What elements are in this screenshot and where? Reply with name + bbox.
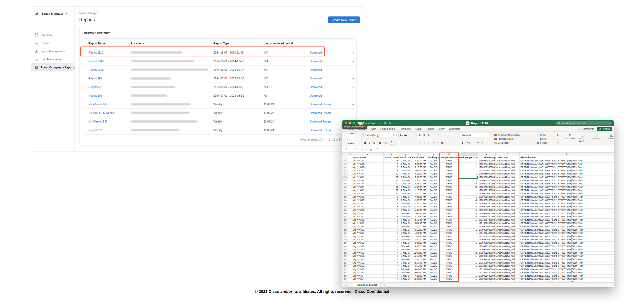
cell-A15[interactable] [348,202,352,205]
decrease-decimal-icon[interactable]: .0 [480,141,484,145]
cell-I26[interactable]: 1 [458,238,478,242]
cell-G34[interactable]: FALSE [427,265,440,268]
cell-F37[interactable]: 7:30:00 AM [411,274,427,278]
cell-A12[interactable] [348,192,352,196]
cell-D16[interactable]: 8 [383,205,399,209]
report-name-link[interactable]: UK 6thFlr 9-5 Weekly [88,111,115,114]
cell-J34[interactable]: 1731014100000 [478,265,495,268]
cell-L27[interactable]: CPPB/North America/51 WEST 52nd STREET (… [519,241,614,245]
cell-E25[interactable]: 7-Nov-24 [399,235,411,238]
row-number-29[interactable]: 29 [342,248,348,252]
cell-D17[interactable]: 8 [383,209,399,212]
cell-G32[interactable]: FALSE [427,258,440,261]
cell-A28[interactable] [348,245,352,248]
cell-I13[interactable]: 1 [458,195,478,199]
cell-D5[interactable]: 8 [383,169,399,172]
column-header-J[interactable]: J [478,153,495,156]
cell-K6[interactable]: America/New_York [495,172,519,176]
cell-D26[interactable]: 4 [383,238,399,242]
zoom-window-icon[interactable] [353,122,355,124]
row-number-1[interactable]: 1 [342,156,348,159]
cell-G27[interactable]: FALSE [427,241,440,245]
cell-K21[interactable]: America/New_York [495,222,519,225]
add-sheet-icon[interactable]: + [384,283,386,287]
cell-C7[interactable]: Mtg Ny-36A [352,176,383,179]
search-field[interactable] [556,121,612,125]
cell-F21[interactable]: 6:30:00 PM [411,222,427,225]
sheet-nav-arrows[interactable]: ◂▸ [344,284,350,286]
cell-C29[interactable]: Mtg Ny-35G [352,248,383,252]
cell-E3[interactable]: 7-Nov-24 [399,162,411,166]
cell-D38[interactable]: 4 [383,278,399,281]
cell-J35[interactable]: 1731016800000 [478,268,495,271]
row-number-2[interactable]: 2 [342,159,348,163]
report-name-link[interactable]: NY Weekly 9-5 [88,103,107,106]
cell-L9[interactable]: CPPB/North America/51 WEST 52nd STREET (… [519,182,614,186]
decrease-indent-icon[interactable]: « [431,141,435,145]
formula-content[interactable]: 1 [375,148,379,151]
cell-C35[interactable]: Mtg Ny-35G [352,268,383,271]
cell-C4[interactable]: Mtg Ny-36G [352,166,383,169]
cell-A9[interactable] [348,182,352,186]
cell-F7[interactable]: 10:00:00 AM [411,176,427,179]
cell-C25[interactable]: Mtg Ny-36E [352,235,383,238]
cell-A32[interactable] [348,258,352,261]
report-name-link[interactable]: Report 965 [88,94,102,97]
orientation-icon[interactable]: ⌁ [431,133,435,137]
cell-E6[interactable]: 7-Nov-24 [399,172,411,176]
cell-D4[interactable]: 8 [383,166,399,169]
cell-K34[interactable]: America/New_York [495,265,519,268]
row-number-17[interactable]: 17 [342,209,348,212]
download-link[interactable]: Download Recent [310,103,331,106]
row-number-34[interactable]: 34 [342,265,348,268]
cell-G31[interactable]: FALSE [427,255,440,258]
cell-H7[interactable]: TRUE [440,176,458,179]
cell-H14[interactable]: TRUE [440,199,458,202]
cell-K29[interactable]: America/New_York [495,248,519,252]
cell-C28[interactable]: Mtg Ny-35G [352,245,383,248]
cell-F13[interactable]: 7:30:00 AM [411,195,427,199]
cell-K11[interactable]: America/New_York [495,189,519,192]
cell-G7[interactable]: FALSE [427,176,440,179]
comma-format-icon[interactable]: , [471,141,475,145]
create-new-report-button[interactable]: Create New Report [328,16,360,23]
cell-E12[interactable]: 7-Nov-24 [399,192,411,196]
cell-L31[interactable]: CPPB/North America/51 WEST 52nd STREET (… [519,255,614,258]
cell-C38[interactable]: Mtg Ny-35F [352,278,383,281]
cell-C5[interactable]: Mtg Ny-36G [352,169,383,172]
cell-J1[interactable]: UTC Timestamp [478,156,495,159]
cell-H21[interactable]: TRUE [440,222,458,225]
cell-I28[interactable]: 1 [458,245,478,248]
cell-F32[interactable]: 11:45:00 AM [411,258,427,261]
cell-E39[interactable]: 7-Nov-24 [399,281,411,282]
report-name-link[interactable]: Report 1110 [88,51,103,54]
cell-I19[interactable]: 4 [458,215,478,219]
cell-F26[interactable]: 7:30:00 AM [411,238,427,242]
search-input[interactable] [561,122,610,125]
cell-J13[interactable]: 1730982600000 [478,195,495,199]
cell-H2[interactable]: TRUE [440,159,458,163]
align-middle-icon[interactable]: ≡ [422,133,426,137]
more-commands-icon[interactable]: ⋯ [394,122,397,125]
cell-A3[interactable] [348,162,352,166]
cell-I21[interactable]: 1 [458,222,478,225]
cell-D13[interactable]: 8 [383,195,399,199]
cell-A30[interactable] [348,251,352,255]
row-number-3[interactable]: 3 [342,162,348,166]
cell-I38[interactable]: 1 [458,278,478,281]
comments-button[interactable]: Comments [578,127,594,130]
cell-K7[interactable]: America/New_York [495,176,519,179]
cell-A8[interactable] [348,179,352,182]
cell-G37[interactable]: FALSE [427,274,440,278]
cell-C16[interactable]: Mtg Ny-36C [352,205,383,209]
cell-H6[interactable]: TRUE [440,172,458,176]
cell-G20[interactable]: FALSE [427,218,440,222]
cell-I20[interactable]: 1 [458,218,478,222]
cell-C10[interactable]: Mtg Ny-36A [352,185,383,189]
cell-C11[interactable]: Mtg Ny-36A [352,189,383,192]
cell-K38[interactable]: America/New_York [495,278,519,281]
cell-D10[interactable]: 22 [383,185,399,189]
cell-D1[interactable]: Space Capacity [383,156,399,159]
cell-C27[interactable]: Mtg Ny-35G [352,241,383,245]
cell-D19[interactable]: 8 [383,215,399,219]
